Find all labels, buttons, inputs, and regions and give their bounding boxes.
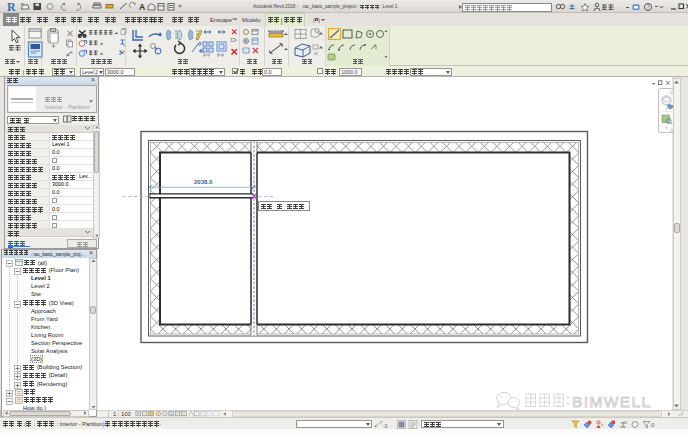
svg-text:BIMWELL: BIMWELL (572, 393, 652, 410)
svg-text::0: :0 (383, 422, 388, 428)
svg-text:R: R (7, 0, 16, 13)
svg-text:A: A (139, 2, 145, 12)
svg-text::0: :0 (650, 422, 654, 428)
svg-text:?: ? (646, 3, 650, 10)
svg-text:2038.0: 2038.0 (194, 179, 213, 185)
